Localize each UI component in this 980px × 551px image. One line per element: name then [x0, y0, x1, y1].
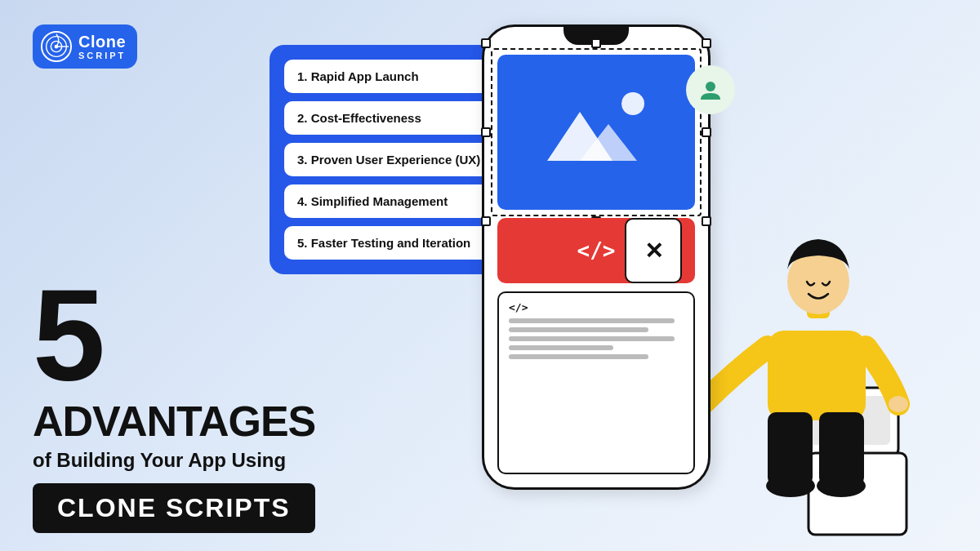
phone-button-row: </> ✕ [497, 218, 695, 283]
handle-tr [702, 38, 711, 48]
logo-text: Clone Script [78, 33, 126, 60]
svg-point-8 [706, 82, 715, 91]
clone-scripts-badge: CLONE SCRIPTS [33, 483, 315, 533]
number-5: 5 [33, 269, 315, 400]
svg-point-16 [889, 396, 908, 412]
handle-mr [702, 127, 711, 137]
code-line-1 [509, 318, 675, 323]
phone-mockup: </> ✕ </> [482, 24, 710, 490]
phone-x-button: ✕ [625, 218, 682, 283]
handle-ml [481, 127, 491, 137]
left-content: 5 ADVANTAGES of Building Your App Using … [33, 269, 315, 533]
code-line-4 [509, 345, 613, 350]
phone-body: </> ✕ </> [482, 24, 710, 490]
code-line-3 [509, 336, 675, 341]
logo-script: Script [78, 51, 126, 60]
svg-point-20 [817, 474, 866, 497]
phone-image-block [497, 55, 695, 210]
selection-border [491, 48, 702, 216]
logo-clone: Clone [78, 33, 126, 51]
character-illustration [686, 143, 947, 551]
code-line-2 [509, 327, 648, 332]
logo: Clone Script [33, 24, 137, 69]
svg-point-19 [766, 474, 815, 497]
character-svg [686, 143, 947, 551]
handle-tl [481, 38, 491, 48]
code-lines [509, 318, 684, 359]
avatar-bubble [686, 65, 735, 114]
handle-br [702, 216, 711, 226]
handle-bl [481, 216, 491, 226]
code-tag: </> [509, 301, 684, 313]
svg-rect-12 [768, 331, 866, 420]
code-line-5 [509, 354, 648, 359]
logo-icon [41, 31, 72, 62]
handle-tm [591, 38, 601, 48]
avatar-icon [697, 77, 724, 103]
subtitle-text: of Building Your App Using [33, 449, 315, 472]
phone-code-block: </> [497, 291, 695, 474]
advantages-heading: ADVANTAGES [33, 400, 315, 442]
